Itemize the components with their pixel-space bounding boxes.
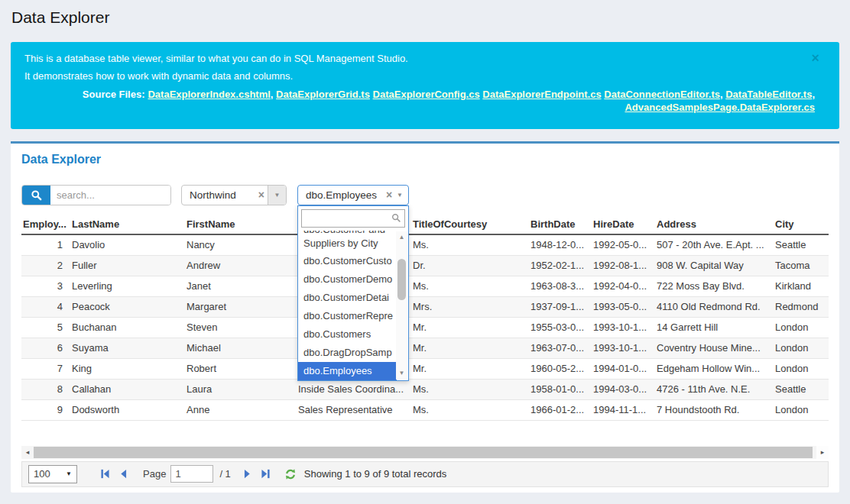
- column-header[interactable]: HireDate: [592, 215, 655, 234]
- source-file-link[interactable]: DataExplorerConfig.cs: [373, 89, 480, 100]
- grid-cell: Steven: [185, 317, 297, 338]
- grid-cell: 4110 Old Redmond Rd.: [655, 296, 774, 317]
- grid-cell: 1963-07-0...: [529, 338, 592, 358]
- source-files: Source Files:DataExplorerIndex.cshtml, D…: [24, 88, 826, 114]
- grid-cell: Ms.: [411, 276, 529, 296]
- table-row[interactable]: 5BuchananStevenMr.1955-03-0...1993-10-1.…: [21, 317, 829, 338]
- grid-cell: Tacoma: [774, 255, 829, 276]
- grid-cell: Ms.: [411, 234, 529, 255]
- first-page-button[interactable]: [98, 468, 112, 480]
- grid-cell: 4: [21, 296, 70, 317]
- last-page-button[interactable]: [259, 468, 273, 480]
- grid-cell: 2: [21, 255, 70, 276]
- grid-cell: London: [774, 399, 829, 420]
- dropdown-item[interactable]: dbo.DragDropSamp: [298, 344, 397, 362]
- source-file-link[interactable]: AdvancedSamplesPage.DataExplorer.cs: [625, 102, 815, 113]
- grid-cell: Mr.: [411, 358, 529, 379]
- source-file-link[interactable]: DataConnectionEditor.ts: [604, 89, 720, 100]
- grid-cell: 722 Moss Bay Blvd.: [655, 276, 774, 296]
- dropdown-item[interactable]: dbo.Customers: [298, 325, 397, 344]
- grid-cell: 1992-04-0...: [592, 276, 655, 296]
- column-header[interactable]: Address: [655, 215, 774, 234]
- grid-cell: Davolio: [70, 234, 185, 255]
- grid-cell: Mr.: [411, 338, 529, 358]
- page-size-select[interactable]: 100 ▼: [28, 465, 77, 483]
- grid-cell: Laura: [185, 379, 297, 399]
- source-file-link[interactable]: DataTableEditor.ts: [725, 89, 812, 100]
- source-file-link[interactable]: DataExplorerIndex.cshtml: [148, 89, 270, 100]
- grid-cell: Ms.: [411, 379, 529, 399]
- dropdown-item[interactable]: dbo.CustomerDetai: [298, 289, 397, 307]
- grid-cell: London: [774, 317, 829, 338]
- pager-status: Showing 1 to 9 of 9 total records: [304, 468, 446, 480]
- page-number-input[interactable]: [170, 465, 213, 483]
- table-row[interactable]: 2FullerAndrewDr.1952-02-1...1992-08-1...…: [21, 255, 829, 276]
- grid-cell: 1992-05-0...: [592, 234, 655, 255]
- grid-cell: 1966-01-2...: [529, 399, 592, 420]
- grid-cell: Ms.: [411, 399, 529, 420]
- next-page-button[interactable]: [241, 468, 255, 480]
- table-row[interactable]: 3LeverlingJanetMs.1963-08-3...1992-04-0.…: [21, 276, 829, 296]
- grid-cell: 1955-03-0...: [529, 317, 592, 338]
- clear-icon[interactable]: ×: [255, 186, 268, 205]
- page-label: Page: [143, 468, 166, 480]
- grid-cell: 1960-05-2...: [529, 358, 592, 379]
- table-combo[interactable]: dbo.Employees × ▼ dbo.Customer and Suppl…: [297, 185, 409, 205]
- scroll-thumb[interactable]: [34, 447, 813, 458]
- column-header[interactable]: FirstName: [185, 215, 297, 234]
- chevron-down-icon[interactable]: ▼: [395, 192, 408, 199]
- dropdown-item[interactable]: dbo.Customer and Suppliers by City: [298, 231, 397, 252]
- scroll-thumb[interactable]: [397, 259, 406, 300]
- page-total: / 1: [219, 468, 230, 480]
- toolbar: Northwind × ▼ dbo.Employees × ▼ dbo.Cust…: [21, 185, 829, 205]
- dropdown-item[interactable]: dbo.Employees: [298, 362, 397, 380]
- dropdown-filter-input[interactable]: [301, 209, 405, 228]
- horizontal-scrollbar[interactable]: ◂ ▸: [21, 446, 829, 459]
- column-header[interactable]: TitleOfCourtesy: [411, 215, 529, 234]
- dropdown-item[interactable]: dbo.CustomerCusto: [298, 252, 397, 270]
- source-file-links-line1: DataExplorerIndex.cshtml, DataExplorerGr…: [148, 89, 815, 100]
- grid-cell: Mrs.: [411, 296, 529, 317]
- column-header[interactable]: BirthDate: [529, 215, 592, 234]
- combo-arrow-button[interactable]: ▼: [268, 186, 286, 205]
- close-icon[interactable]: ×: [811, 51, 819, 65]
- grid-cell: 3: [21, 276, 70, 296]
- table-row[interactable]: 7KingRobertMr.1960-05-2...1994-01-0...Ed…: [21, 358, 829, 379]
- search-input[interactable]: [50, 186, 170, 205]
- column-header[interactable]: LastName: [70, 215, 185, 234]
- grid-cell: 1952-02-1...: [529, 255, 592, 276]
- chevron-down-icon: ▼: [66, 470, 72, 477]
- source-file-link[interactable]: DataExplorerEndpoint.cs: [482, 89, 601, 100]
- prev-page-button[interactable]: [116, 468, 130, 480]
- table-combo-value: dbo.Employees: [298, 189, 383, 201]
- scroll-up-icon[interactable]: ▲: [396, 232, 407, 243]
- table-row[interactable]: 6SuyamaMichaelMr.1963-07-0...1993-10-1..…: [21, 338, 829, 358]
- table-row[interactable]: 8CallahanLauraInside Sales Coordina...Ms…: [21, 379, 829, 399]
- scroll-left-icon[interactable]: ◂: [21, 446, 34, 459]
- grid-cell: Buchanan: [70, 317, 185, 338]
- scroll-down-icon[interactable]: ▼: [396, 368, 407, 379]
- table-row[interactable]: 4PeacockMargaretMrs.1937-09-1...1993-05-…: [21, 296, 829, 317]
- grid-cell: Suyama: [70, 338, 185, 358]
- grid-cell: 1993-05-0...: [592, 296, 655, 317]
- grid-cell: 908 W. Capital Way: [655, 255, 774, 276]
- grid-cell: 4726 - 11th Ave. N.E.: [655, 379, 774, 399]
- pager: 100 ▼ Page / 1 Showing 1 to 9 of 9 total…: [21, 461, 829, 487]
- scroll-right-icon[interactable]: ▸: [816, 446, 829, 459]
- refresh-button[interactable]: [284, 468, 297, 480]
- connection-combo[interactable]: Northwind × ▼: [181, 185, 287, 205]
- source-file-link[interactable]: DataExplorerGrid.ts: [276, 89, 370, 100]
- table-row[interactable]: 1DavolioNancyMs.1948-12-0...1992-05-0...…: [21, 234, 829, 255]
- column-header[interactable]: Employ...: [21, 215, 70, 234]
- dropdown-scrollbar[interactable]: ▲ ▼: [396, 231, 407, 380]
- dropdown-item[interactable]: dbo.CustomerRepre: [298, 307, 397, 325]
- grid-cell: Andrew: [185, 255, 297, 276]
- search-button[interactable]: [22, 186, 50, 205]
- dropdown-item[interactable]: dbo.CustomerDemo: [298, 270, 397, 289]
- column-header[interactable]: City: [774, 215, 829, 234]
- next-page-icon: [242, 468, 253, 480]
- clear-icon[interactable]: ×: [383, 186, 395, 205]
- grid-cell: 5: [21, 317, 70, 338]
- table-row[interactable]: 9DodsworthAnneSales RepresentativeMs.196…: [21, 399, 829, 420]
- table-dropdown: dbo.Customer and Suppliers by Citydbo.Cu…: [297, 205, 409, 381]
